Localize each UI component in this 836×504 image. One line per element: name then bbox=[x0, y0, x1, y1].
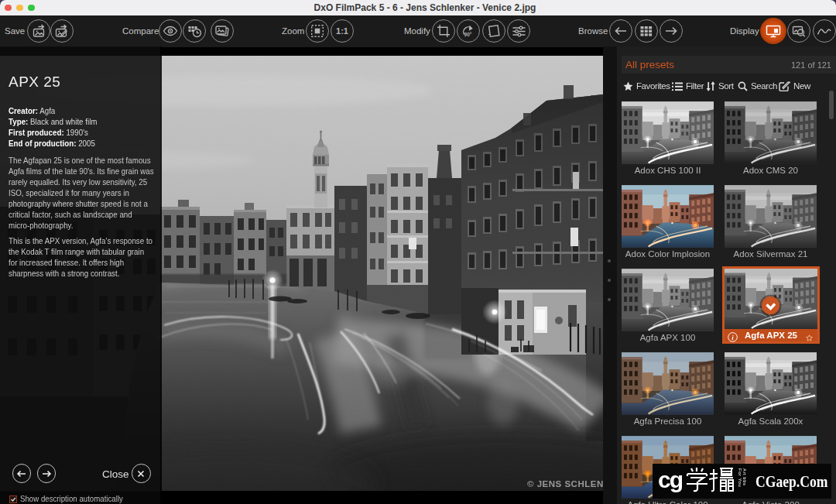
svg-text:90°: 90° bbox=[464, 31, 471, 36]
svg-text:i: i bbox=[732, 334, 734, 341]
svg-text:1:1: 1:1 bbox=[336, 26, 348, 36]
